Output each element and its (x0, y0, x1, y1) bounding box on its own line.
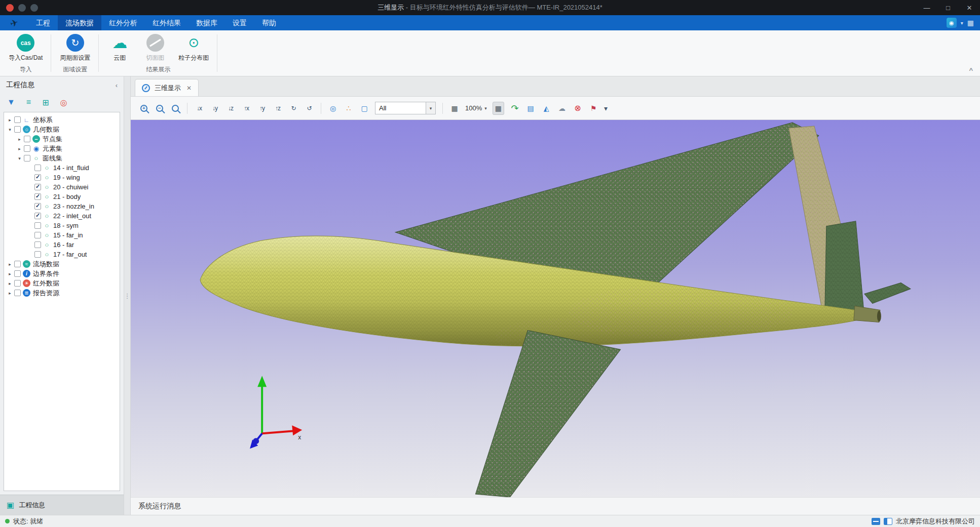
checkbox[interactable] (14, 261, 21, 267)
tree-item-14-int-fluid[interactable]: ○ 14 - int_fluid (4, 163, 120, 173)
checkbox[interactable] (14, 290, 21, 296)
tree-item-22-inlet-out[interactable]: ○ 22 - inlet_out (4, 211, 120, 221)
checkbox[interactable] (24, 155, 30, 161)
checkbox[interactable] (34, 222, 41, 229)
app-icon-red[interactable] (6, 4, 14, 12)
mirror-button[interactable]: ◭ (541, 102, 551, 115)
tree-item-20-chuiwei[interactable]: ○ 20 - chuiwei (4, 182, 120, 192)
tree-item-18-sym[interactable]: ○ 18 - sym (4, 221, 120, 230)
probe-button[interactable]: ◎ (328, 102, 338, 115)
expand-arrow-icon[interactable]: ▸ (7, 291, 13, 296)
ribbon-collapse-button[interactable]: ^ (969, 66, 973, 74)
select-caret-icon[interactable]: ▾ (426, 102, 435, 114)
tree-item-boundary-conditions[interactable]: ▸ i 边界条件 (4, 269, 120, 278)
checkbox[interactable] (34, 213, 41, 219)
account-icon[interactable]: ◉ (947, 18, 957, 28)
checkbox[interactable] (14, 280, 21, 287)
flag-caret-icon[interactable]: ▾ (604, 104, 608, 112)
viewport-canvas[interactable]: x (131, 120, 980, 497)
tree-item-23-nozzle-in[interactable]: ○ 23 - nozzle_in (4, 201, 120, 211)
grid-toggle-button[interactable]: ▦ (493, 102, 504, 115)
panel-splitter[interactable]: ⋮ (124, 76, 131, 515)
tree-item-19-wing[interactable]: ○ 19 - wing (4, 173, 120, 182)
close-button[interactable]: ✕ (959, 0, 980, 15)
snapshot-button[interactable]: ▤ (525, 102, 536, 115)
tree-item-flow-field-data[interactable]: ▸ ≈ 流场数据 (4, 259, 120, 269)
tree-item-infrared-data[interactable]: ▸ ☀ 红外数据 (4, 278, 120, 288)
view-neg-y-button[interactable]: ↓y (210, 102, 220, 115)
tree-item-element-set[interactable]: ▸ ◉ 元素集 (4, 144, 120, 153)
tree-item-15-far-in[interactable]: ○ 15 - far_in (4, 230, 120, 240)
flag-button[interactable]: ⚑ (588, 102, 598, 115)
statusbar-split-icon[interactable] (884, 518, 892, 525)
tree-item-face-set[interactable]: ▾ ○ 面线集 (4, 153, 120, 163)
checkbox[interactable] (34, 174, 41, 181)
checkbox[interactable] (34, 165, 41, 171)
panel-bottom-bar[interactable]: ▣ 工程信息 (0, 495, 124, 515)
menu-tab-infrared-results[interactable]: 红外结果 (145, 15, 189, 30)
checkbox[interactable] (34, 251, 41, 258)
checkbox[interactable] (24, 145, 30, 152)
tree-item-16-far[interactable]: ○ 16 - far (4, 240, 120, 250)
view-neg-z-button[interactable]: ↓z (225, 102, 236, 115)
display-filter-select[interactable]: All ▾ (375, 102, 436, 114)
expand-arrow-icon[interactable]: ▾ (16, 156, 23, 161)
menu-tab-project[interactable]: 工程 (28, 15, 58, 30)
zoom-in-button[interactable]: + (139, 102, 149, 115)
view-pos-x-button[interactable]: ↑x (241, 102, 251, 115)
tree-item-geometry-data[interactable]: ▾ ○ 几何数据 (4, 125, 120, 134)
app-icon-1[interactable] (18, 4, 26, 12)
tree-item-21-body[interactable]: ○ 21 - body (4, 192, 120, 201)
tree-item-node-set[interactable]: ▸ − 节点集 (4, 134, 120, 144)
contour-plot-button[interactable]: ☁ 云图 (106, 33, 133, 63)
zoom-level-control[interactable]: 100% ▾ (465, 104, 487, 112)
periodic-face-settings-button[interactable]: ↻ 周期面设置 (58, 33, 92, 63)
maximize-button[interactable]: □ (937, 0, 959, 15)
export-view-button[interactable]: ↷ (510, 102, 520, 115)
expand-arrow-icon[interactable]: ▸ (7, 262, 13, 267)
panel-collapse-button[interactable]: ‹ (116, 82, 118, 89)
checkbox[interactable] (34, 193, 41, 200)
checkbox[interactable] (34, 232, 41, 238)
viewport-3d[interactable]: x (131, 120, 980, 497)
clear-selection-button[interactable]: ⊗ (573, 102, 583, 115)
box-select-button[interactable]: ▢ (359, 102, 369, 115)
particle-distribution-button[interactable]: ⊙ 粒子分布图 (177, 33, 210, 63)
minimize-button[interactable]: — (916, 0, 937, 15)
particles-button[interactable]: ∴ (344, 102, 354, 115)
tree-item-coordinate-system[interactable]: ▸ ∟ 坐标系 (4, 115, 120, 125)
checkbox[interactable] (34, 203, 41, 210)
statusbar-layout-icon[interactable] (872, 518, 880, 525)
zoom-out-button[interactable]: − (155, 102, 165, 115)
zoom-fit-button[interactable] (170, 102, 180, 115)
app-icon-2[interactable] (30, 4, 38, 12)
menu-tab-settings[interactable]: 设置 (225, 15, 254, 30)
lasso-select-button[interactable]: ☁ (557, 102, 567, 115)
rotate-cw-button[interactable]: ↻ (288, 102, 298, 115)
view-pos-y-button[interactable]: ↑y (257, 102, 267, 115)
checkbox[interactable] (14, 116, 21, 123)
grid-view-icon[interactable]: ⊞ (42, 98, 49, 107)
expand-arrow-icon[interactable]: ▸ (7, 117, 13, 123)
menu-tab-database[interactable]: 数据库 (189, 15, 225, 30)
expand-arrow-icon[interactable]: ▸ (16, 137, 23, 142)
checkbox[interactable] (34, 241, 41, 248)
menubar-caret-icon[interactable]: ▾ (961, 20, 963, 26)
import-cas-dat-button[interactable]: cas 导入Cas/Dat (7, 33, 44, 63)
expand-arrow-icon[interactable]: ▾ (7, 127, 13, 132)
expand-arrow-icon[interactable]: ▸ (16, 146, 23, 151)
view-pos-z-button[interactable]: ↑z (273, 102, 283, 115)
zoom-caret-icon[interactable]: ▾ (484, 106, 487, 111)
tree-item-report-resources[interactable]: ▸ ≣ 报告资源 (4, 288, 120, 298)
tab-3d-display[interactable]: 三维显示 ✕ (135, 79, 199, 96)
expand-arrow-icon[interactable]: ▸ (7, 271, 13, 276)
checkbox[interactable] (24, 136, 30, 142)
texture-icon[interactable]: ▦ (449, 102, 460, 115)
menu-tab-flow-field-data[interactable]: 流场数据 (58, 15, 101, 30)
rotate-ccw-button[interactable]: ↺ (304, 102, 314, 115)
menu-tab-help[interactable]: 帮助 (254, 15, 284, 30)
tab-close-icon[interactable]: ✕ (186, 85, 192, 92)
tree-item-17-far-out[interactable]: ○ 17 - far_out (4, 250, 120, 259)
list-view-icon[interactable]: ≡ (26, 98, 31, 107)
view-neg-x-button[interactable]: ↓x (194, 102, 204, 115)
